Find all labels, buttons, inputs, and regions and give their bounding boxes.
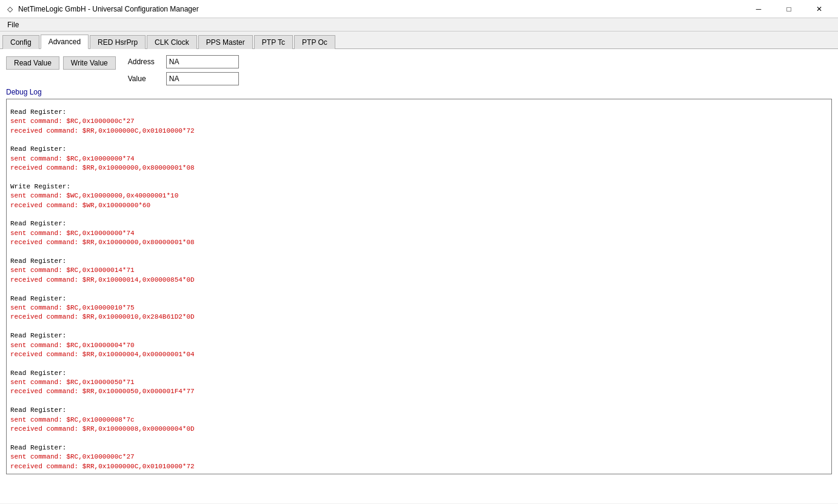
log-line: sent command: $RC,0x10000004*70 (10, 341, 828, 350)
log-line (10, 322, 828, 331)
title-bar-controls: ─ □ ✕ (745, 0, 833, 18)
log-line: Read Register: (10, 406, 828, 415)
title-bar-text: NetTimeLogic GmbH - Universal Configurat… (18, 5, 745, 13)
log-line (10, 248, 828, 257)
tab-advanced[interactable]: Advanced (41, 35, 89, 49)
log-line: received command: $RR,0x10000014,0x00000… (10, 276, 828, 285)
log-line: Read Register: (10, 108, 828, 117)
log-line: sent command: $RC,0x10000010*75 (10, 303, 828, 313)
log-line (10, 99, 828, 108)
log-line: received command: $RR,0x10000000,0x80000… (10, 238, 828, 247)
log-line: sent command: $RC,0x10000050*71 (10, 378, 828, 387)
read-value-button[interactable]: Read Value (6, 56, 59, 70)
log-line: sent command: $RC,0x1000000c*27 (10, 453, 828, 462)
log-line: Read Register: (10, 331, 828, 340)
top-controls: Read Value Write Value Address Value (6, 55, 832, 85)
log-line: received command: $RR,0x10000000,0x80000… (10, 164, 828, 173)
log-line: received command: $RR,0x10000008,0x00000… (10, 425, 828, 434)
button-group: Read Value Write Value (6, 55, 116, 70)
address-label: Address (128, 58, 161, 66)
tab-ptp-tc[interactable]: PTP Tc (254, 35, 293, 49)
maximize-button[interactable]: □ (775, 0, 803, 18)
address-input[interactable] (166, 55, 239, 68)
log-line: received command: $RR,0x1000000C,0x01010… (10, 127, 828, 136)
log-line: Read Register: (10, 443, 828, 453)
log-line: sent command: $RC,0x1000000c*27 (10, 117, 828, 126)
log-line: received command: $WR,0x10000000*60 (10, 201, 828, 210)
app-icon: ◇ (5, 4, 15, 14)
log-line: Read Register: (10, 369, 828, 378)
log-area[interactable]: sent command: $RC,0x10000050*71received … (6, 99, 832, 474)
log-line (10, 136, 828, 145)
log-line (10, 173, 828, 182)
log-line: Read Register: (10, 219, 828, 228)
value-row: Value (128, 72, 239, 85)
log-line (10, 285, 828, 294)
log-line: received command: $RR,0x1000000C,0x01010… (10, 462, 828, 471)
log-line: sent command: $RC,0x10000000*74 (10, 154, 828, 164)
close-button[interactable]: ✕ (805, 0, 833, 18)
tab-pps-master[interactable]: PPS Master (198, 35, 253, 49)
log-line: received command: $RR,0x10000010,0x284B6… (10, 313, 828, 322)
main-content: Read Value Write Value Address Value Deb… (0, 49, 838, 503)
menu-bar: File (0, 18, 838, 31)
log-line: received command: $RR,0x10000004,0x00000… (10, 350, 828, 359)
log-line (10, 397, 828, 406)
log-line: sent command: $WC,0x10000000,0x40000001*… (10, 191, 828, 201)
tab-config[interactable]: Config (2, 35, 39, 49)
value-input[interactable] (166, 72, 239, 85)
tab-red-hsrprp[interactable]: RED HsrPrp (90, 35, 146, 49)
log-line: Read Register: (10, 294, 828, 303)
tab-bar: Config Advanced RED HsrPrp CLK Clock PPS… (0, 31, 838, 49)
minimize-button[interactable]: ─ (745, 0, 773, 18)
value-label: Value (128, 75, 161, 83)
log-line: sent command: $RC,0x10000008*7c (10, 416, 828, 425)
log-line (10, 359, 828, 368)
tab-ptp-oc[interactable]: PTP Oc (294, 35, 335, 49)
title-bar: ◇ NetTimeLogic GmbH - Universal Configur… (0, 0, 838, 18)
write-value-button[interactable]: Write Value (63, 56, 116, 70)
log-line: Write Register: (10, 182, 828, 191)
menu-file[interactable]: File (2, 19, 24, 30)
address-row: Address (128, 55, 239, 68)
log-line: received command: $RR,0x10000050,0x00000… (10, 387, 828, 396)
log-line: sent command: $RC,0x10000000*74 (10, 229, 828, 238)
log-line: sent command: $RC,0x10000014*71 (10, 266, 828, 275)
log-line (10, 434, 828, 443)
address-value-group: Address Value (128, 55, 239, 85)
log-line (10, 210, 828, 219)
tab-clk-clock[interactable]: CLK Clock (147, 35, 197, 49)
log-line: Read Register: (10, 257, 828, 266)
log-line: Read Register: (10, 145, 828, 154)
debug-log-label: Debug Log (6, 88, 832, 96)
